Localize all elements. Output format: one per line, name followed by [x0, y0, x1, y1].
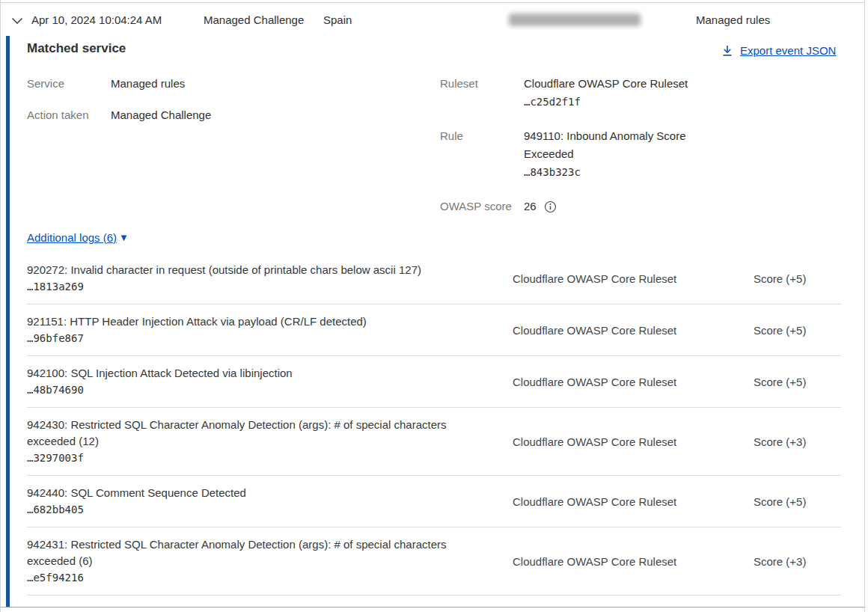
log-row: 942440: SQL Comment Sequence Detected …6…: [27, 476, 841, 527]
log-ruleset: Cloudflare OWASP Core Ruleset: [513, 435, 754, 448]
log-row: 921151: HTTP Header Injection Attack via…: [27, 305, 841, 356]
additional-logs-label: Additional logs (6): [27, 231, 117, 244]
additional-logs-list: 920272: Invalid character in request (ou…: [27, 253, 841, 596]
matched-service-fields: Service Managed rules Action taken Manag…: [27, 75, 371, 138]
log-row: 942431: Restricted SQL Character Anomaly…: [27, 527, 841, 596]
log-id-hash: …1813a269: [27, 278, 513, 295]
service-value: Managed rules: [111, 75, 185, 92]
log-id-hash: …e5f94216: [27, 569, 513, 586]
owasp-score-field: OWASP score 26: [440, 198, 709, 215]
log-score: Score (+3): [754, 435, 841, 448]
ruleset-label: Ruleset: [440, 75, 524, 111]
redacted-host-value: [509, 13, 641, 26]
export-event-json-link[interactable]: Export event JSON: [721, 44, 836, 57]
owasp-score-label: OWASP score: [440, 198, 524, 215]
log-description: 942431: Restricted SQL Character Anomaly…: [27, 536, 470, 569]
log-id-hash: …96bfe867: [27, 330, 513, 346]
expanded-row-accent-bar: [6, 36, 10, 607]
log-description: 920272: Invalid character in request (ou…: [27, 262, 470, 278]
log-ruleset: Cloudflare OWASP Core Ruleset: [513, 376, 754, 388]
table-left-border: [0, 0, 1, 612]
ruleset-value: Cloudflare OWASP Core Ruleset: [524, 75, 703, 93]
rule-fields: Ruleset Cloudflare OWASP Core Ruleset …c…: [440, 75, 709, 232]
log-description: 942440: SQL Comment Sequence Detected: [27, 485, 470, 501]
log-score: Score (+3): [754, 555, 841, 568]
event-summary-row[interactable]: Apr 10, 2024 10:04:24 AM Managed Challen…: [1, 3, 864, 36]
log-ruleset: Cloudflare OWASP Core Ruleset: [513, 495, 754, 508]
log-score: Score (+5): [754, 324, 841, 337]
rule-value: 949110: Inbound Anomaly Score Exceeded: [524, 127, 703, 163]
action-taken-label: Action taken: [27, 106, 111, 123]
caret-down-icon: ▼: [119, 233, 129, 242]
log-row: 942430: Restricted SQL Character Anomaly…: [27, 408, 841, 476]
download-icon: [721, 44, 733, 57]
owasp-score-value: 26: [524, 198, 537, 215]
log-score: Score (+5): [754, 272, 841, 285]
panel-title: Matched service: [27, 41, 126, 56]
event-service: Managed rules: [696, 13, 770, 26]
log-row: 920272: Invalid character in request (ou…: [27, 253, 841, 305]
service-field: Service Managed rules: [27, 75, 371, 92]
service-label: Service: [27, 75, 111, 92]
log-description: 921151: HTTP Header Injection Attack via…: [27, 313, 470, 330]
log-score: Score (+5): [754, 495, 841, 508]
log-row: 942100: SQL Injection Attack Detected vi…: [27, 356, 841, 408]
log-ruleset: Cloudflare OWASP Core Ruleset: [513, 555, 754, 568]
firewall-event-detail: Apr 10, 2024 10:04:24 AM Managed Challen…: [0, 0, 868, 612]
log-description: 942100: SQL Injection Attack Detected vi…: [27, 365, 470, 382]
log-ruleset: Cloudflare OWASP Core Ruleset: [513, 324, 754, 337]
rule-field: Rule 949110: Inbound Anomaly Score Excee…: [440, 127, 709, 181]
event-timestamp: Apr 10, 2024 10:04:24 AM: [31, 13, 162, 26]
additional-logs-toggle[interactable]: Additional logs (6) ▼: [27, 231, 129, 244]
ruleset-field: Ruleset Cloudflare OWASP Core Ruleset …c…: [440, 75, 709, 111]
log-score: Score (+5): [754, 376, 841, 388]
log-id-hash: …48b74690: [27, 382, 513, 398]
log-ruleset: Cloudflare OWASP Core Ruleset: [513, 272, 754, 285]
action-taken-value: Managed Challenge: [111, 106, 211, 123]
log-id-hash: …682bb405: [27, 501, 513, 518]
table-right-border: [864, 0, 865, 612]
log-id-hash: …3297003f: [27, 450, 513, 466]
ruleset-id-hash: …c25d2f1f: [524, 93, 703, 111]
action-taken-field: Action taken Managed Challenge: [27, 106, 371, 123]
chevron-down-icon[interactable]: [11, 17, 23, 25]
event-country: Spain: [323, 13, 352, 26]
rule-id-hash: …843b323c: [524, 163, 703, 181]
export-link-label: Export event JSON: [740, 44, 836, 57]
row-bottom-border: [1, 607, 864, 608]
event-action: Managed Challenge: [204, 13, 304, 26]
rule-label: Rule: [440, 127, 524, 181]
info-icon[interactable]: [544, 201, 557, 213]
log-description: 942430: Restricted SQL Character Anomaly…: [27, 417, 470, 450]
